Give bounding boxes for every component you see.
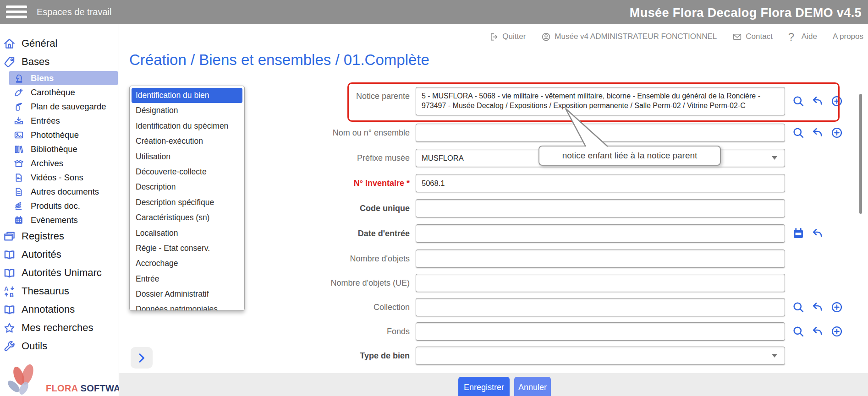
sidebar-item-registres[interactable]: Registres [0, 227, 119, 245]
cancel-button[interactable]: Annuler [514, 377, 551, 396]
tag-icon [3, 56, 16, 68]
sidebar-item-general[interactable]: Général [0, 34, 119, 53]
section-menu: Identification du bienDésignationIdentif… [129, 86, 245, 311]
chevron-right-icon [136, 352, 148, 364]
sidebar-item-autorites-unimarc[interactable]: Autorités Unimarc [0, 264, 119, 282]
person-icon [541, 32, 551, 42]
field-input-fonds[interactable] [416, 322, 785, 341]
workspace-label[interactable]: Espaces de travail [37, 0, 111, 24]
dropdown-arrow-icon [772, 156, 777, 160]
sidebar-item-biens[interactable]: Biens [9, 71, 118, 85]
svg-text:A: A [4, 286, 8, 292]
userbar-item-aide[interactable]: ?Aide [788, 32, 817, 42]
section-menu-item-identification-du-specimen[interactable]: Identification du spécimen [132, 119, 242, 134]
section-menu-item-accrochage[interactable]: Accrochage [132, 256, 242, 271]
section-menu-item-dossier-administratif[interactable]: Dossier Administratif [132, 287, 242, 302]
sidebar-item-autres-documents[interactable]: Autres documents [9, 184, 118, 199]
sidebar-item-label: Registres [22, 230, 64, 242]
section-menu-item-identification-du-bien[interactable]: Identification du bien [132, 88, 242, 103]
userbar-item-quitter[interactable]: Quitter [489, 32, 526, 42]
calendar-grid-icon [14, 215, 24, 225]
userbar-item-a-propos[interactable]: A propos [833, 32, 863, 41]
undo-icon[interactable] [811, 325, 824, 338]
section-menu-item-caracteristiques-sn[interactable]: Caractéristiques (sn) [132, 210, 242, 225]
userbar-item-contact[interactable]: Contact [732, 32, 773, 42]
field-input-type-de-bien[interactable] [416, 347, 785, 365]
section-menu-item-description[interactable]: Description [132, 179, 242, 195]
userbar-item-label: Aide [802, 32, 817, 41]
sidebar-item-carotheque[interactable]: Carothèque [9, 85, 118, 99]
sidebar-item-archives[interactable]: Archives [9, 156, 118, 170]
field-value: 5068.1 [422, 179, 445, 187]
field-input-nombre-d-objets-ue[interactable] [416, 274, 785, 292]
tooltip-callout: notice enfant liée à la notice parent [538, 146, 721, 166]
home-icon [3, 38, 16, 50]
open-box-icon [14, 158, 24, 168]
open-book-icon [3, 249, 16, 261]
sidebar-item-entrees[interactable]: Entrées [9, 114, 118, 128]
section-menu-item-creation-execution[interactable]: Création-exécution [132, 134, 242, 149]
sidebar-item-bases[interactable]: Bases [0, 53, 119, 71]
undo-icon[interactable] [811, 95, 824, 108]
section-menu-item-utilisation[interactable]: Utilisation [132, 149, 242, 164]
section-menu-item-designation[interactable]: Désignation [132, 103, 242, 118]
field-input-date-d-entree[interactable] [416, 224, 785, 243]
field-input-nombre-d-objets[interactable] [416, 250, 785, 268]
field-input-n-inventaire[interactable]: 5068.1 [416, 174, 785, 192]
sidebar-item-autorites[interactable]: Autorités [0, 245, 119, 264]
dropdown-arrow-icon [772, 354, 777, 358]
add-icon[interactable] [830, 95, 843, 108]
field-input-code-unique[interactable] [416, 199, 785, 217]
add-icon[interactable] [830, 126, 843, 139]
field-label-notice-parente: Notice parente [275, 87, 410, 105]
sidebar-item-produits-doc[interactable]: Produits doc. [9, 199, 118, 213]
sidebar-item-thesaurus[interactable]: ABThesaurus [0, 282, 119, 300]
search-icon[interactable] [792, 95, 805, 108]
vertical-scrollbar[interactable] [859, 94, 862, 214]
section-menu-item-decouverte-collecte[interactable]: Découverte-collecte [132, 164, 242, 179]
sidebar-item-label: Autres documents [31, 187, 99, 197]
section-menu-item-regie-etat-conserv[interactable]: Régie - Etat conserv. [132, 241, 242, 256]
sidebar-item-phototheque[interactable]: Photothèque [9, 128, 118, 142]
userbar-item-musee-v4-administrateur-fonctionnel[interactable]: Musée v4 ADMINISTRATEUR FONCTIONNEL [541, 32, 717, 42]
add-icon[interactable] [830, 325, 843, 338]
undo-icon[interactable] [811, 126, 824, 139]
section-menu-item-localisation[interactable]: Localisation [132, 226, 242, 241]
sidebar-item-label: Général [22, 38, 57, 49]
open-book-icon [3, 267, 16, 279]
section-menu-item-description-specifique[interactable]: Description spécifique [132, 195, 242, 210]
sidebar-item-label: Biens [31, 73, 54, 83]
search-icon[interactable] [792, 301, 805, 314]
expand-panel-button[interactable] [131, 347, 153, 369]
sidebar-item-label: Carothèque [31, 87, 75, 98]
sidebar-item-videos-sons[interactable]: Vidéos - Sons [9, 170, 118, 184]
sidebar-item-label: Thesaurus [22, 285, 69, 297]
app-title: Musée Flora Decalog Flora DEMO v4.5 [630, 0, 862, 24]
sidebar-item-outils[interactable]: Outils [0, 337, 119, 355]
undo-icon[interactable] [811, 301, 824, 314]
paper-stack-icon [14, 201, 24, 211]
sidebar-item-bibliotheque[interactable]: Bibliothèque [9, 142, 118, 156]
userbar-item-label: Musée v4 ADMINISTRATEUR FONCTIONNEL [555, 32, 717, 41]
hamburger-icon[interactable] [6, 5, 27, 19]
field-actions-date-d-entree [792, 227, 824, 240]
calendar-icon[interactable] [792, 227, 805, 240]
sidebar-item-evenements[interactable]: Evènements [9, 213, 118, 227]
undo-icon[interactable] [811, 227, 824, 240]
search-icon[interactable] [792, 325, 805, 338]
search-icon[interactable] [792, 126, 805, 139]
field-input-collection[interactable] [416, 298, 785, 316]
sidebar-item-plan-de-sauvegarde[interactable]: Plan de sauvegarde [9, 99, 118, 114]
sidebar-item-annotations[interactable]: Annotations [0, 300, 119, 319]
save-button[interactable]: Enregistrer [458, 377, 510, 396]
sort-alpha-icon: AB [3, 285, 16, 298]
add-icon[interactable] [830, 301, 843, 314]
sidebar-item-mes-recherches[interactable]: Mes recherches [0, 319, 119, 337]
page-title: Création / Biens et ensembles / 01.Compl… [129, 51, 429, 69]
section-menu-item-donnees-patrimoniales[interactable]: Données patrimoniales [132, 302, 242, 311]
field-label-prefixe-musee: Préfixe musée [275, 149, 410, 167]
field-input-nom-ou-n-ensemble[interactable] [416, 124, 785, 142]
userbar-item-label: Quitter [502, 32, 526, 41]
field-input-notice-parente[interactable]: 5 - MUSFLORA - 5068 - vie militaire - vê… [416, 87, 785, 115]
section-menu-item-entree[interactable]: Entrée [132, 271, 242, 287]
